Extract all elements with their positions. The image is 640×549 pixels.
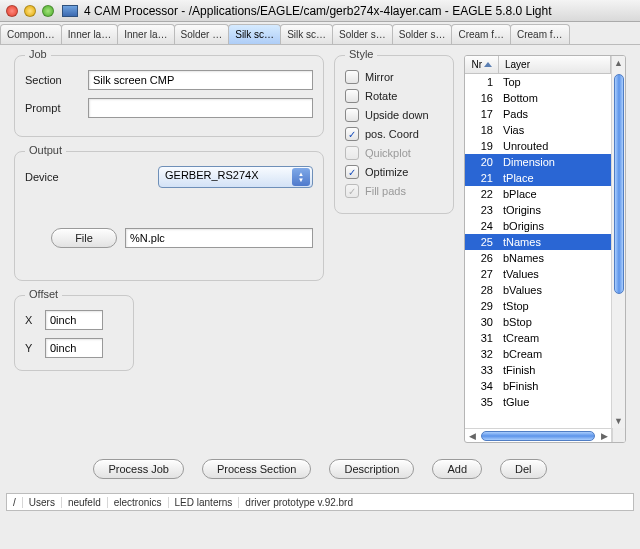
layer-name: tNames [499,234,611,250]
layer-row[interactable]: 16Bottom [465,90,611,106]
layer-nr: 30 [465,314,499,330]
process-job-button[interactable]: Process Job [93,459,184,479]
breadcrumb-segment[interactable]: neufeld [62,497,108,508]
layer-row[interactable]: 20Dimension [465,154,611,170]
layer-row[interactable]: 24bOrigins [465,218,611,234]
checkbox-icon[interactable] [345,89,359,103]
breadcrumb-segment[interactable]: Users [23,497,62,508]
description-button[interactable]: Description [329,459,414,479]
layer-name: tCream [499,330,611,346]
style-option-label: Optimize [365,166,408,178]
layer-name: tPlace [499,170,611,186]
style-option-label: Mirror [365,71,394,83]
tab-1[interactable]: Inner la… [61,24,118,44]
scroll-down-icon[interactable]: ▼ [614,416,623,426]
style-option-quickplot: Quickplot [345,146,443,160]
scroll-up-icon[interactable]: ▲ [614,58,623,68]
layer-name: Unrouted [499,138,611,154]
layer-name: tStop [499,298,611,314]
style-option-label: Fill pads [365,185,406,197]
layer-row[interactable]: 28bValues [465,282,611,298]
hscroll-thumb[interactable] [481,431,595,441]
layer-row[interactable]: 25tNames [465,234,611,250]
layer-row[interactable]: 21tPlace [465,170,611,186]
layer-row[interactable]: 17Pads [465,106,611,122]
add-button[interactable]: Add [432,459,482,479]
layer-row[interactable]: 32bCream [465,346,611,362]
layer-row[interactable]: 33tFinish [465,362,611,378]
prompt-input[interactable] [88,98,313,118]
horizontal-scrollbar[interactable]: ◀ ▶ [465,428,611,442]
breadcrumb-segment[interactable]: LED lanterns [169,497,240,508]
offset-x-input[interactable] [45,310,103,330]
offset-y-input[interactable] [45,338,103,358]
layer-name: bCream [499,346,611,362]
style-option-optimize[interactable]: ✓Optimize [345,165,443,179]
layer-nr: 25 [465,234,499,250]
layer-name: bStop [499,314,611,330]
breadcrumb-segment[interactable]: electronics [108,497,169,508]
checkbox-icon[interactable]: ✓ [345,165,359,179]
layer-row[interactable]: 30bStop [465,314,611,330]
layer-nr: 28 [465,282,499,298]
scroll-right-icon[interactable]: ▶ [597,431,611,441]
breadcrumb-segment[interactable]: driver prototype v.92.brd [239,497,359,508]
tab-9[interactable]: Cream f… [510,24,570,44]
close-icon[interactable] [6,5,18,17]
section-input[interactable] [88,70,313,90]
checkbox-icon[interactable]: ✓ [345,127,359,141]
layer-row[interactable]: 1Top [465,74,611,90]
layers-header-nr[interactable]: Nr [465,56,499,73]
select-arrows-icon: ▲▼ [292,168,310,186]
checkbox-icon[interactable] [345,108,359,122]
del-button[interactable]: Del [500,459,547,479]
job-group: Job Section Prompt [14,55,324,137]
style-option-upside-down[interactable]: Upside down [345,108,443,122]
layer-nr: 27 [465,266,499,282]
minimize-icon[interactable] [24,5,36,17]
vscroll-thumb[interactable] [614,74,624,294]
layer-nr: 17 [465,106,499,122]
process-section-button[interactable]: Process Section [202,459,311,479]
layer-row[interactable]: 29tStop [465,298,611,314]
layer-row[interactable]: 19Unrouted [465,138,611,154]
zoom-icon[interactable] [42,5,54,17]
tab-3[interactable]: Solder … [174,24,230,44]
tab-2[interactable]: Inner la… [117,24,174,44]
file-button[interactable]: File [51,228,117,248]
layer-name: tGlue [499,394,611,410]
tab-6[interactable]: Solder s… [332,24,393,44]
layer-row[interactable]: 18Vias [465,122,611,138]
layer-row[interactable]: 31tCream [465,330,611,346]
layer-row[interactable]: 35tGlue [465,394,611,410]
scroll-left-icon[interactable]: ◀ [465,431,479,441]
style-option-rotate[interactable]: Rotate [345,89,443,103]
vertical-scrollbar[interactable]: ▲ ▼ [611,56,625,442]
scroll-corner [612,428,626,442]
layer-row[interactable]: 23tOrigins [465,202,611,218]
style-option-pos-coord[interactable]: ✓pos. Coord [345,127,443,141]
layer-row[interactable]: 22bPlace [465,186,611,202]
tab-8[interactable]: Cream f… [451,24,511,44]
style-option-mirror[interactable]: Mirror [345,70,443,84]
tab-4[interactable]: Silk sc… [228,24,281,44]
file-input[interactable] [125,228,313,248]
device-select[interactable]: GERBER_RS274X ▲▼ [158,166,313,188]
layers-header[interactable]: Nr Layer [465,56,611,74]
layer-nr: 26 [465,250,499,266]
layer-name: bOrigins [499,218,611,234]
layer-row[interactable]: 26bNames [465,250,611,266]
tab-7[interactable]: Solder s… [392,24,453,44]
offset-y-label: Y [25,342,37,354]
layer-row[interactable]: 34bFinish [465,378,611,394]
breadcrumb[interactable]: /UsersneufeldelectronicsLED lanternsdriv… [6,493,634,511]
layers-header-layer[interactable]: Layer [499,56,611,73]
layer-row[interactable]: 27tValues [465,266,611,282]
breadcrumb-root[interactable]: / [7,497,23,508]
tab-0[interactable]: Compon… [0,24,62,44]
style-option-label: pos. Coord [365,128,419,140]
window-title: 4 CAM Processor - /Applications/EAGLE/ca… [84,4,552,18]
tab-5[interactable]: Silk sc… [280,24,333,44]
checkbox-icon[interactable] [345,70,359,84]
layer-name: bFinish [499,378,611,394]
